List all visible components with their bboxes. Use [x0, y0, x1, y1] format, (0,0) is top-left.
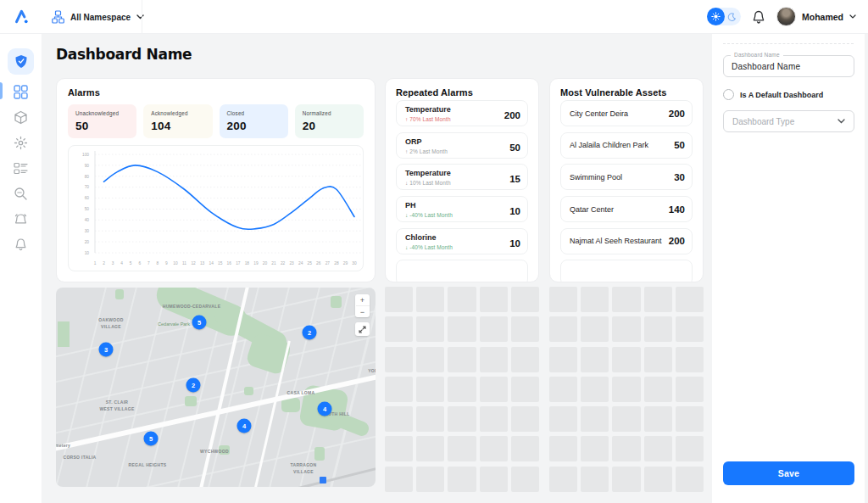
placeholder-grid-2: [549, 287, 704, 492]
svg-text:14: 14: [209, 261, 214, 265]
repeated-alarms-card: Repeated Alarms Temperature↑ 70% Last Mo…: [385, 78, 539, 282]
dashboard-name-input[interactable]: [724, 56, 854, 76]
placeholder-tile: [676, 347, 704, 372]
topbar: All Namespace Mohamed: [0, 0, 868, 34]
sidebar-item-search[interactable]: [8, 181, 34, 206]
repeated-alarm-item[interactable]: Temperature↑ 70% Last Month200: [396, 100, 528, 126]
svg-text:24: 24: [298, 261, 303, 265]
placeholder-tile: [676, 406, 704, 432]
gear-icon: [14, 136, 28, 150]
sidebar-item-dashboard[interactable]: [8, 79, 34, 104]
panel-divider: [723, 43, 854, 44]
svg-text:90: 90: [85, 164, 90, 168]
default-dashboard-radio[interactable]: [723, 89, 734, 100]
map-area-label: Cedarvale Park: [158, 321, 190, 328]
placeholder-tile: [511, 467, 539, 492]
svg-text:7: 7: [147, 261, 150, 265]
placeholder-tile: [676, 467, 704, 492]
placeholder-tile: [581, 316, 609, 342]
map-marker[interactable]: 3: [99, 343, 114, 357]
svg-text:10: 10: [173, 261, 178, 265]
map-expand-button[interactable]: [355, 322, 370, 336]
svg-text:1: 1: [94, 261, 97, 265]
map[interactable]: HUMEWOOD-CEDARVALEOAKWOOD VILLAGECedarva…: [56, 288, 376, 487]
placeholder-tile: [480, 377, 508, 402]
repeated-alarm-item[interactable]: ORP↑ 2% Last Month50: [396, 132, 528, 159]
vulnerable-asset-item[interactable]: City Center Deira200: [560, 100, 693, 126]
vulnerable-asset-item[interactable]: Swimming Pool30: [560, 164, 693, 190]
namespace-selector[interactable]: All Namespace: [52, 6, 144, 28]
placeholder-tile: [549, 287, 577, 312]
placeholder-tile: [448, 377, 476, 402]
map-zoom-out-button[interactable]: −: [355, 306, 370, 317]
svg-text:28: 28: [334, 261, 339, 265]
sidebar-item-alarms[interactable]: [8, 206, 34, 232]
vulnerable-asset-item[interactable]: Qatar Center140: [560, 196, 693, 222]
svg-text:60: 60: [85, 196, 90, 200]
asset-name: Swimming Pool: [570, 173, 622, 182]
sidebar-item-notifications[interactable]: [8, 232, 34, 257]
map-marker[interactable]: 2: [186, 378, 201, 393]
default-dashboard-radio-row[interactable]: Is A Default Dashboard: [723, 89, 823, 100]
map-area-label: CASA LOMA: [287, 389, 315, 396]
repeated-alarm-item[interactable]: Temperature↓ 10% Last Month15: [396, 164, 528, 190]
svg-text:9: 9: [165, 261, 168, 265]
sidebar-item-layouts[interactable]: [8, 155, 34, 181]
repeated-alarm-item[interactable]: PH↓ -40% Last Month10: [396, 196, 528, 222]
app-logo-icon[interactable]: [14, 9, 31, 24]
repeated-alarm-item[interactable]: [396, 260, 528, 282]
map-area-label: CORSO ITALIA: [63, 454, 96, 461]
placeholder-tile: [448, 467, 476, 492]
asset-name: City Center Deira: [570, 109, 628, 118]
map-marker[interactable]: 5: [144, 432, 159, 446]
alarm-trend: ↓ -40% Last Month: [405, 244, 453, 250]
vulnerable-asset-item[interactable]: Najmat Al Seeh Restaurant200: [560, 228, 693, 254]
alarm-stat-normalized: Normalized20: [295, 104, 364, 138]
alarm-count: 10: [509, 238, 520, 249]
placeholder-tile: [612, 316, 640, 342]
svg-text:70: 70: [85, 185, 90, 189]
placeholder-tile: [511, 436, 539, 461]
sidebar-item-settings[interactable]: [8, 130, 34, 155]
alarm-count: 15: [509, 174, 520, 184]
user-menu[interactable]: Mohamed: [776, 7, 856, 26]
alarm-name: Temperature: [405, 169, 451, 177]
placeholder-tile: [644, 377, 672, 402]
map-marker[interactable]: 4: [318, 402, 332, 416]
alarm-trend: ↓ 10% Last Month: [405, 180, 451, 186]
svg-text:20: 20: [263, 261, 268, 265]
map-area-label: HUMEWOOD-CEDARVALE: [163, 303, 221, 310]
placeholder-tile: [385, 316, 413, 342]
dashboard-type-select[interactable]: Dashboard Type: [723, 110, 854, 132]
notifications-bell-icon[interactable]: [753, 10, 765, 24]
svg-text:30: 30: [85, 229, 90, 233]
sidebar-item-assets[interactable]: [8, 104, 34, 130]
map-attribution-icon: [320, 477, 326, 483]
map-zoom-in-button[interactable]: +: [355, 294, 370, 305]
map-marker[interactable]: 5: [192, 316, 207, 330]
default-dashboard-label: Is A Default Dashboard: [740, 91, 823, 99]
light-mode-icon[interactable]: [707, 8, 725, 25]
placeholder-tile: [676, 316, 704, 342]
sidebar-app-icon[interactable]: [8, 48, 34, 75]
page-title: Dashboard Name: [56, 46, 192, 63]
theme-toggle[interactable]: [707, 8, 741, 25]
map-zoom-controls: + −: [355, 294, 370, 317]
vulnerable-asset-item[interactable]: [560, 260, 693, 282]
vulnerable-assets-title: Most Vulnerable Assets: [560, 87, 693, 98]
placeholder-tile: [676, 377, 704, 402]
placeholder-tile: [448, 287, 476, 312]
vulnerable-asset-item[interactable]: Al Jalaila Children Park50: [560, 132, 693, 159]
repeated-alarm-item[interactable]: Chlorine↓ -40% Last Month10: [396, 228, 528, 254]
dark-mode-icon[interactable]: [726, 10, 738, 23]
map-marker[interactable]: 4: [237, 419, 252, 433]
namespace-icon: [52, 10, 64, 24]
alarm-name: Chlorine: [405, 233, 453, 242]
placeholder-tile: [480, 467, 508, 492]
save-button[interactable]: Save: [723, 461, 854, 485]
alarm-name: ORP: [405, 137, 448, 146]
map-area-label: TARRAGON VILLAGE: [291, 461, 317, 475]
map-marker[interactable]: 2: [303, 326, 317, 340]
svg-text:5: 5: [130, 261, 132, 265]
namespace-chevron-icon: [136, 14, 144, 20]
